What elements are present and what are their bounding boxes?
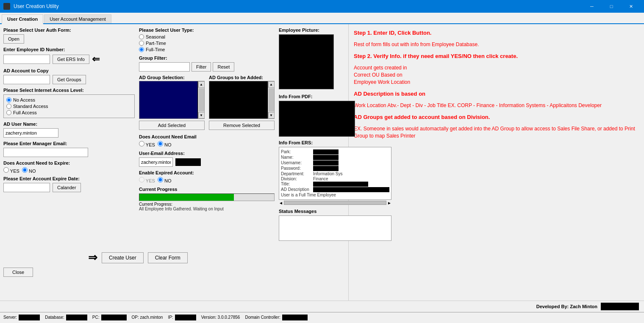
scroll-up-btn[interactable]: ▲: [198, 81, 205, 88]
ers-password-label: Password:: [281, 166, 311, 171]
expired-no-option[interactable]: NO: [158, 177, 172, 183]
scroll-up-btn2[interactable]: ▲: [268, 81, 275, 88]
expire-yes-option[interactable]: YES: [3, 167, 19, 174]
user-type-section: Please Select User Type: Seasonal Part-T…: [139, 28, 275, 52]
step1-title: Step 1. Enter ID, Click Button.: [354, 29, 639, 37]
ip-value: [175, 315, 196, 320]
expire-date-label: Please Enter Account Expire Date:: [3, 176, 135, 181]
close-button[interactable]: Close: [3, 268, 33, 277]
ad-groups-to-add-label: AD Groups to be Added:: [209, 75, 275, 80]
dev-bar: Developed By: Zach Minton: [0, 301, 644, 312]
info-pdf-box: [279, 101, 355, 137]
user-type-label: Please Select User Type:: [139, 28, 275, 33]
database-value: [66, 315, 87, 320]
auth-form-section: Please Select User Auth Form: Open: [3, 28, 135, 44]
scroll-down-btn[interactable]: ▼: [198, 112, 205, 119]
ad-username-input[interactable]: [3, 128, 58, 138]
account-expire-section: Does Account Need to Expire: YES NO: [3, 160, 135, 174]
ers-username-value: [313, 160, 339, 166]
full-time-option[interactable]: Full-Time: [139, 47, 275, 52]
ad-username-label: AD User Name:: [3, 121, 135, 127]
ers-box: Park: Name: Username: Password:: [279, 147, 391, 200]
expired-yes-option[interactable]: YES: [139, 177, 155, 183]
minimize-button[interactable]: ─: [582, 0, 602, 13]
progress-status-text: All Employee Info Gathered. Waiting on I…: [139, 207, 275, 211]
info-ers-section: Info From ERS: Park: Name: Username:: [279, 140, 391, 205]
email-yes-option[interactable]: YES: [139, 141, 155, 147]
enable-expired-label: Enable Expired Account:: [139, 170, 275, 175]
employee-id-input[interactable]: [3, 55, 50, 64]
info-pdf-section: Info From PDF:: [279, 94, 391, 137]
standard-access-option[interactable]: Standard Access: [6, 104, 132, 109]
info-pdf-label: Info From PDF:: [279, 94, 391, 99]
open-button[interactable]: Open: [3, 34, 24, 44]
ad-account-section: AD Account to Copy Get Groups: [3, 68, 135, 84]
ad-group-selection-list[interactable]: ▲ ▼: [139, 81, 205, 119]
maximize-button[interactable]: □: [602, 0, 621, 13]
status-messages-box: [279, 215, 391, 241]
progress-bar-container: [139, 193, 275, 201]
account-expire-label: Does Account Need to Expire:: [3, 160, 135, 166]
tab-user-creation[interactable]: User Creation: [2, 14, 43, 24]
expire-no-option[interactable]: NO: [22, 167, 36, 174]
ers-department-value: Information Sys: [313, 171, 342, 176]
tab-bar: User Creation User Account Management: [0, 13, 644, 24]
get-ers-info-button[interactable]: Get ERS Info: [53, 55, 89, 64]
dev-bar-text: Developed By: Zach Minton: [536, 304, 597, 309]
internet-access-radio-group: No Access Standard Access Full Access: [6, 97, 132, 115]
employee-picture-label: Employee Picture:: [279, 28, 391, 33]
add-selected-button[interactable]: Add Selected: [139, 121, 205, 130]
ers-username-label: Username:: [281, 160, 311, 166]
email-no-option[interactable]: NO: [158, 141, 172, 147]
close-window-button[interactable]: ✕: [621, 0, 641, 13]
tab-user-account-management[interactable]: User Account Management: [44, 14, 111, 23]
ers-department-label: Department:: [281, 171, 311, 176]
manager-email-input[interactable]: [3, 148, 88, 157]
dc-value: [282, 315, 308, 320]
right-panel: Step 1. Enter ID, Click Button. Rest of …: [348, 24, 644, 301]
status-bar: Server: Database: PC: OP: zach.minton IP…: [0, 312, 644, 322]
ad-username-section: AD User Name:: [3, 121, 135, 138]
ers-name-value: [313, 155, 339, 160]
user-email-input[interactable]: [139, 157, 173, 167]
full-access-option[interactable]: Full Access: [6, 110, 132, 115]
scroll-down-btn2[interactable]: ▼: [268, 112, 275, 119]
version-label: Version: 3.0.0.27856: [201, 315, 240, 320]
ers-park-value: [313, 149, 339, 155]
status-messages-section: Status Messages: [279, 209, 391, 241]
dev-bar-black: [601, 303, 639, 310]
pc-value: [101, 315, 127, 320]
ad-groups-to-add-list[interactable]: ▲ ▼: [209, 81, 275, 119]
ers-ad-desc-label: AD Description: [281, 187, 311, 192]
manager-email-label: Please Enter Manager Email:: [3, 141, 135, 146]
ad-groups-title: AD Groups get added to account based on …: [354, 113, 639, 121]
part-time-option[interactable]: Part-Time: [139, 41, 275, 46]
close-section: Close: [3, 268, 345, 277]
create-user-button[interactable]: Create User: [102, 252, 144, 263]
ers-division-value: Finance: [313, 177, 328, 181]
ad-group-selection-label: AD Group Selection:: [139, 75, 205, 80]
expire-date-input[interactable]: [3, 183, 50, 192]
step2-sub: Account gets created in Correct OU Based…: [354, 64, 639, 86]
calendar-button[interactable]: Calander: [53, 183, 81, 192]
employee-picture: [279, 34, 334, 89]
ad-desc-title: AD Description is based on: [354, 90, 639, 98]
ip-label: IP:: [168, 315, 173, 320]
clear-form-button[interactable]: Clear Form: [148, 252, 188, 263]
ers-name-label: Name:: [281, 155, 311, 160]
reset-button[interactable]: Reset: [213, 62, 234, 72]
filter-button[interactable]: Filter: [192, 62, 211, 72]
ers-park-label: Park:: [281, 149, 311, 155]
user-email-section: User-Email Address:: [139, 151, 275, 167]
ers-password-value: [313, 166, 339, 171]
group-filter-input[interactable]: [139, 62, 190, 72]
seasonal-option[interactable]: Seasonal: [139, 34, 275, 39]
ad-groups-section: AD Group Selection: ▲ ▼ Add Selected: [139, 75, 275, 130]
ad-account-input[interactable]: [3, 75, 50, 84]
no-access-option[interactable]: No Access: [6, 97, 132, 102]
remove-selected-button[interactable]: Remove Selected: [209, 121, 275, 130]
get-groups-button[interactable]: Get Groups: [53, 75, 86, 84]
ers-ad-desc-value: [313, 187, 389, 192]
user-email-label: User-Email Address:: [139, 151, 275, 156]
internet-access-section: Please Select Internet Access Level: No …: [3, 88, 135, 118]
